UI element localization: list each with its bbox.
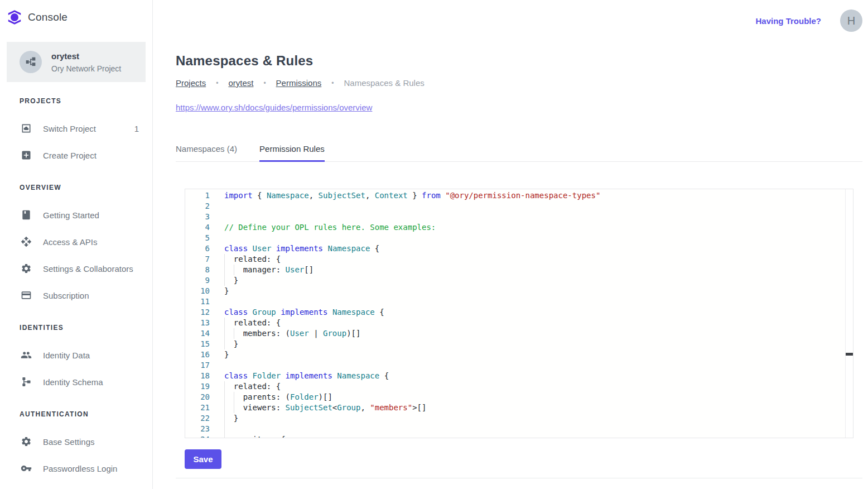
sidebar-nav: PROJECTSSwitch Project1Create ProjectOVE… (0, 97, 152, 482)
sidebar-item-label: Base Settings (43, 437, 95, 447)
tab-namespaces[interactable]: Namespaces (4) (176, 144, 237, 161)
code-line: 8manager: User[] (185, 265, 845, 275)
sidebar-item-label: Identity Schema (43, 377, 103, 387)
sidebar-item-settings-collaborators[interactable]: Settings & Collaborators (0, 255, 152, 282)
line-number: 10 (185, 286, 210, 296)
line-number: 9 (185, 275, 210, 286)
code-area[interactable]: 1import { Namespace, SubjectSet, Context… (185, 189, 845, 438)
breadcrumb-permissions[interactable]: Permissions (276, 78, 322, 88)
code-line: 23 (185, 424, 845, 434)
sidebar-item-label: Settings & Collaborators (43, 264, 133, 274)
line-number: 5 (185, 233, 210, 243)
permissions-card: Namespaces (4) Permission Rules 1import … (176, 144, 862, 478)
key-icon (20, 463, 33, 474)
sidebar-item-label: Getting Started (43, 210, 99, 220)
editor-scrollbar[interactable] (845, 189, 853, 438)
line-number: 14 (185, 328, 210, 339)
sidebar-item-passwordless-login[interactable]: Passwordless Login (0, 455, 152, 482)
indent-guide (224, 318, 234, 328)
create-project-icon (20, 150, 33, 161)
breadcrumb-separator: • (263, 79, 266, 87)
gear-icon (20, 263, 33, 274)
save-button[interactable]: Save (185, 449, 221, 469)
scrollbar-thumb[interactable] (846, 353, 853, 356)
topbar: Having Trouble? H (176, 0, 862, 32)
switch-project-icon (20, 123, 33, 134)
main-content: Having Trouble? H Namespaces & Rules Pro… (153, 0, 868, 489)
indent-guide (224, 381, 234, 392)
indent-guide (224, 254, 234, 265)
code-line: 7related: { (185, 254, 845, 265)
sidebar-item-identity-schema[interactable]: Identity Schema (0, 368, 152, 395)
code-line: 22} (185, 413, 845, 424)
sidebar-item-label: Switch Project (43, 124, 96, 133)
schema-icon (20, 376, 33, 387)
code-line: 18class Folder implements Namespace { (185, 371, 845, 381)
indent-guide (224, 328, 234, 339)
help-link[interactable]: Having Trouble? (755, 16, 821, 26)
sidebar-item-base-settings[interactable]: Base Settings (0, 428, 152, 455)
project-name: orytest (51, 51, 121, 61)
sidebar-item-label: Passwordless Login (43, 464, 117, 473)
sidebar-item-identity-data[interactable]: Identity Data (0, 342, 152, 368)
code-line: 6class User implements Namespace { (185, 243, 845, 254)
tab-bar: Namespaces (4) Permission Rules (176, 144, 862, 162)
code-line: 20parents: (Folder)[] (185, 392, 845, 402)
code-line: 4// Define your OPL rules here. Some exa… (185, 222, 845, 233)
indent-guide (234, 265, 243, 275)
line-number: 17 (185, 360, 210, 371)
indent-guide (224, 424, 234, 434)
breadcrumb-current: Namespaces & Rules (344, 78, 425, 88)
line-number: 21 (185, 402, 210, 413)
sidebar-item-label: Create Project (43, 151, 97, 160)
section-header-projects: PROJECTS (20, 97, 152, 105)
line-number: 1 (185, 190, 210, 201)
sidebar-item-switch-project[interactable]: Switch Project1 (0, 115, 152, 142)
code-line: 19related: { (185, 381, 845, 392)
breadcrumb-orytest[interactable]: orytest (228, 78, 253, 88)
ory-logo-icon (7, 10, 22, 25)
line-number: 6 (185, 243, 210, 254)
people-icon (20, 349, 33, 361)
indent-guide (224, 339, 234, 349)
sidebar-item-access-apis[interactable]: Access & APIs (0, 228, 152, 255)
code-line: 24permits = { (185, 434, 845, 438)
indent-guide (234, 328, 243, 339)
sidebar-item-label: Identity Data (43, 351, 90, 360)
sidebar-item-getting-started[interactable]: Getting Started (0, 202, 152, 228)
tab-permission-rules[interactable]: Permission Rules (259, 144, 325, 161)
indent-guide (224, 434, 234, 438)
breadcrumb-separator: • (331, 79, 334, 87)
line-number: 22 (185, 413, 210, 424)
breadcrumb-projects[interactable]: Projects (176, 78, 206, 88)
docs-link[interactable]: https://www.ory.sh/docs/guides/permissio… (176, 103, 372, 112)
line-number: 24 (185, 434, 210, 438)
app-name: Console (28, 11, 67, 23)
code-line: 13related: { (185, 318, 845, 328)
indent-guide (224, 413, 234, 424)
breadcrumb-separator: • (216, 79, 218, 87)
indent-guide (224, 275, 234, 286)
line-number: 8 (185, 265, 210, 275)
project-selector[interactable]: orytest Ory Network Project (7, 42, 146, 82)
code-line: 1import { Namespace, SubjectSet, Context… (185, 190, 845, 201)
sidebar-item-subscription[interactable]: Subscription (0, 282, 152, 309)
section-header-identities: IDENTITIES (20, 324, 152, 332)
code-line: 15} (185, 339, 845, 349)
line-number: 20 (185, 392, 210, 402)
indent-guide (234, 392, 243, 402)
line-number: 4 (185, 222, 210, 233)
book-icon (20, 209, 33, 220)
line-number: 12 (185, 307, 210, 318)
sidebar-item-label: Subscription (43, 291, 89, 300)
sidebar-item-create-project[interactable]: Create Project (0, 142, 152, 169)
user-avatar[interactable]: H (840, 9, 862, 32)
line-number: 15 (185, 339, 210, 349)
code-line: 12class Group implements Namespace { (185, 307, 845, 318)
opl-code-editor: 1import { Namespace, SubjectSet, Context… (185, 189, 853, 438)
line-number: 18 (185, 371, 210, 381)
code-line: 16} (185, 349, 845, 360)
section-header-authentication: AUTHENTICATION (20, 410, 152, 418)
credit-card-icon (20, 290, 33, 301)
project-subtitle: Ory Network Project (51, 64, 121, 73)
